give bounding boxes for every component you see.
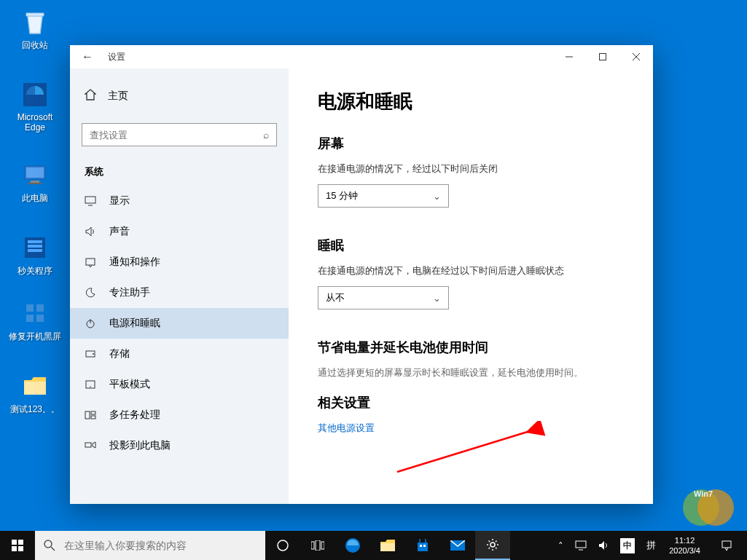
- desktop-icon-label: 修复开机黑屏: [9, 331, 61, 343]
- tablet-icon: [85, 379, 96, 390]
- svg-point-40: [278, 540, 288, 551]
- page-heading: 电源和睡眠: [318, 89, 624, 114]
- notification-center-button[interactable]: [709, 531, 744, 560]
- svg-rect-6: [28, 240, 42, 243]
- back-button[interactable]: ←: [82, 50, 93, 63]
- svg-point-38: [44, 540, 52, 548]
- chevron-down-icon: ⌄: [433, 191, 441, 202]
- taskbar-edge[interactable]: [335, 531, 370, 560]
- nav-item-storage[interactable]: 存储: [70, 339, 289, 369]
- screen-heading: 屏幕: [318, 135, 624, 152]
- svg-rect-37: [18, 546, 23, 551]
- svg-rect-4: [28, 183, 42, 184]
- svg-point-23: [93, 353, 94, 355]
- nav-label: 平板模式: [109, 378, 150, 391]
- taskbar-search[interactable]: [35, 531, 265, 560]
- sleep-heading: 睡眠: [318, 237, 624, 254]
- storage-icon: [85, 348, 96, 360]
- cortana-button[interactable]: [265, 531, 300, 560]
- svg-rect-47: [420, 545, 422, 547]
- taskbar: ˄ 中 拼 11:12 2020/3/4: [0, 531, 747, 560]
- taskbar-mail[interactable]: [440, 531, 475, 560]
- desktop-icon-edge[interactable]: Microsoft Edge: [7, 80, 63, 133]
- sleep-timeout-select[interactable]: 从不 ⌄: [318, 286, 449, 309]
- sound-icon: [85, 226, 96, 237]
- taskbar-settings[interactable]: [475, 531, 510, 560]
- svg-rect-41: [311, 542, 314, 549]
- desktop-icon-quick-close[interactable]: 秒关程序: [7, 233, 63, 277]
- start-button[interactable]: [0, 531, 35, 560]
- related-link[interactable]: 其他电源设置: [318, 422, 624, 435]
- power-icon: [85, 318, 96, 329]
- nav-item-project[interactable]: 投影到此电脑: [70, 430, 289, 461]
- folder-icon: [20, 371, 50, 401]
- desktop-icon-folder[interactable]: 测试123。。: [7, 371, 63, 416]
- search-box[interactable]: ⌕: [82, 123, 277, 146]
- desktop-icon-recycle-bin[interactable]: 回收站: [7, 7, 63, 52]
- nav-item-sound[interactable]: 声音: [70, 216, 289, 247]
- nav-item-multitask[interactable]: 多任务处理: [70, 400, 289, 430]
- gear-cube-icon: [20, 299, 50, 328]
- svg-rect-46: [418, 543, 428, 551]
- clock-time: 11:12: [675, 535, 695, 545]
- svg-rect-14: [600, 54, 606, 60]
- search-icon: ⌕: [263, 129, 269, 141]
- desktop-icon-this-pc[interactable]: 此电脑: [7, 160, 63, 205]
- related-heading: 相关设置: [318, 394, 624, 411]
- minimize-button[interactable]: [552, 45, 586, 68]
- tray-ime[interactable]: 中: [616, 531, 639, 560]
- close-button[interactable]: [619, 45, 653, 68]
- nav-list: 显示 声音 通知和操作 专注助手 电源和睡眠 存储 平板模式 多任务处理 投影到…: [70, 186, 289, 504]
- tray-clock[interactable]: 11:12 2020/3/4: [663, 535, 706, 556]
- nav-label: 电源和睡眠: [109, 317, 160, 330]
- select-value: 从不: [326, 291, 345, 304]
- computer-icon: [20, 160, 50, 189]
- tray-volume[interactable]: [594, 531, 613, 560]
- svg-rect-36: [12, 546, 17, 551]
- sleep-desc: 在接通电源的情况下，电脑在经过以下时间后进入睡眠状态: [318, 264, 624, 277]
- svg-rect-34: [12, 540, 17, 545]
- nav-item-power[interactable]: 电源和睡眠: [70, 308, 289, 339]
- app-icon: [20, 233, 50, 262]
- svg-rect-29: [85, 443, 91, 447]
- save-heading: 节省电量并延长电池使用时间: [318, 339, 624, 356]
- task-view-button[interactable]: [300, 531, 335, 560]
- nav-label: 通知和操作: [109, 256, 160, 269]
- system-tray: ˄ 中 拼 11:12 2020/3/4: [554, 531, 747, 560]
- home-icon: [85, 89, 96, 103]
- svg-rect-8: [28, 249, 42, 252]
- svg-rect-51: [576, 541, 586, 548]
- desktop-icon-label: 秒关程序: [17, 265, 52, 277]
- taskbar-explorer[interactable]: [370, 531, 405, 560]
- notification-icon: [85, 256, 96, 268]
- home-button[interactable]: 主页: [70, 83, 289, 109]
- tray-network[interactable]: [571, 531, 591, 560]
- nav-item-tablet[interactable]: 平板模式: [70, 369, 289, 400]
- display-icon: [85, 195, 96, 207]
- settings-window: ← 设置 主页 ⌕ 系统 显示 声音 通知和操作 专注助手 电源: [70, 45, 653, 504]
- nav-label: 存储: [109, 347, 130, 360]
- svg-rect-17: [85, 197, 95, 203]
- tray-chevron[interactable]: ˄: [554, 531, 568, 560]
- svg-line-39: [51, 547, 55, 551]
- multitask-icon: [85, 409, 96, 421]
- desktop-icon-fix-boot[interactable]: 修复开机黑屏: [7, 299, 63, 343]
- screen-timeout-select[interactable]: 15 分钟 ⌄: [318, 184, 449, 208]
- window-title: 设置: [108, 51, 125, 63]
- nav-label: 投影到此电脑: [109, 439, 171, 452]
- svg-rect-10: [36, 304, 44, 312]
- taskbar-store[interactable]: [405, 531, 440, 560]
- tray-ime2[interactable]: 拼: [642, 531, 660, 560]
- search-input[interactable]: [90, 130, 263, 141]
- taskbar-search-input[interactable]: [64, 540, 257, 551]
- svg-point-25: [90, 386, 91, 387]
- svg-rect-27: [91, 411, 95, 414]
- svg-rect-26: [85, 411, 90, 419]
- svg-rect-11: [26, 315, 34, 322]
- maximize-button[interactable]: [586, 45, 619, 68]
- clock-date: 2020/3/4: [669, 545, 700, 556]
- nav-item-focus[interactable]: 专注助手: [70, 277, 289, 308]
- nav-item-display[interactable]: 显示: [70, 186, 289, 216]
- chevron-down-icon: ⌄: [433, 293, 441, 304]
- nav-item-notifications[interactable]: 通知和操作: [70, 247, 289, 277]
